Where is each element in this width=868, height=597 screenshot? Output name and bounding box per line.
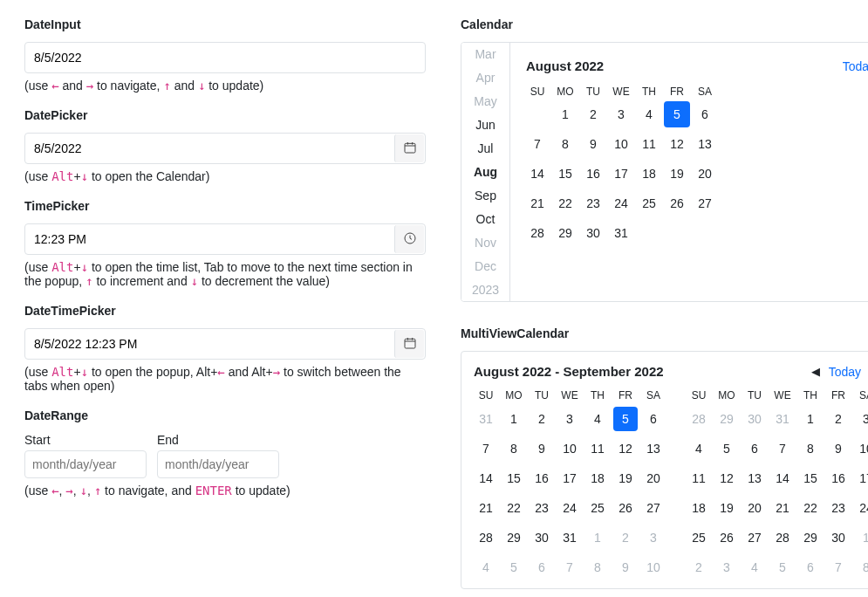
- multiview-day-cell[interactable]: 12: [613, 436, 638, 461]
- calendar-day-cell[interactable]: 25: [636, 190, 662, 216]
- calendar-day-cell[interactable]: 17: [608, 161, 634, 187]
- multiview-day-cell[interactable]: 5: [613, 407, 638, 431]
- multiview-day-cell[interactable]: 2: [530, 407, 554, 431]
- multiview-day-cell[interactable]: 26: [714, 525, 739, 550]
- multiview-day-cell[interactable]: 24: [557, 496, 582, 520]
- calendar-day-cell[interactable]: 16: [580, 161, 606, 187]
- multiview-day-cell[interactable]: 7: [474, 436, 498, 461]
- multiview-day-cell[interactable]: 6: [798, 555, 823, 580]
- multiview-day-cell[interactable]: 6: [530, 555, 554, 580]
- multiview-day-cell[interactable]: 4: [585, 407, 610, 431]
- multiview-day-cell[interactable]: 4: [687, 436, 711, 461]
- multiview-day-cell[interactable]: 20: [641, 466, 666, 491]
- multiview-day-cell[interactable]: 23: [530, 496, 554, 520]
- multiview-day-cell[interactable]: 21: [770, 496, 795, 520]
- calendar-day-cell[interactable]: 12: [664, 131, 690, 157]
- multiview-day-cell[interactable]: 17: [854, 466, 868, 491]
- multiview-day-cell[interactable]: 4: [474, 555, 498, 580]
- calendar-day-cell[interactable]: 5: [664, 101, 690, 127]
- multiview-prev-button[interactable]: ◀: [811, 365, 820, 378]
- calendar-day-cell[interactable]: 19: [664, 161, 690, 187]
- calendar-day-cell[interactable]: 11: [636, 131, 662, 157]
- multiview-day-cell[interactable]: 3: [557, 407, 582, 431]
- multiview-day-cell[interactable]: 28: [474, 525, 498, 550]
- multiview-day-cell[interactable]: 16: [826, 466, 851, 491]
- multiview-day-cell[interactable]: 11: [585, 436, 610, 461]
- calendar-day-cell[interactable]: 7: [524, 131, 550, 157]
- multiview-day-cell[interactable]: 12: [714, 466, 739, 491]
- multiview-day-cell[interactable]: 8: [854, 555, 868, 580]
- multiview-day-cell[interactable]: 19: [714, 496, 739, 520]
- multiview-day-cell[interactable]: 22: [502, 496, 526, 520]
- multiview-day-cell[interactable]: 23: [826, 496, 851, 520]
- month-nav-item[interactable]: Apr: [461, 66, 509, 90]
- multiview-day-cell[interactable]: 2: [613, 525, 638, 550]
- multiview-day-cell[interactable]: 2: [826, 407, 851, 431]
- multiview-day-cell[interactable]: 3: [854, 407, 868, 431]
- calendar-day-cell[interactable]: 22: [552, 190, 578, 216]
- multiview-day-cell[interactable]: 18: [585, 466, 610, 491]
- datepicker-field[interactable]: [25, 134, 393, 163]
- multiview-day-cell[interactable]: 1: [798, 407, 823, 431]
- month-nav-item[interactable]: Sep: [461, 183, 509, 207]
- multiview-day-cell[interactable]: 7: [826, 555, 851, 580]
- calendar-day-cell[interactable]: 1: [552, 101, 578, 127]
- datepicker-toggle-button[interactable]: [394, 134, 424, 162]
- multiview-day-cell[interactable]: 30: [530, 525, 554, 550]
- multiview-day-cell[interactable]: 1: [502, 407, 526, 431]
- multiview-day-cell[interactable]: 7: [770, 436, 795, 461]
- multiview-day-cell[interactable]: 29: [502, 525, 526, 550]
- calendar-today-link[interactable]: Today: [843, 59, 868, 73]
- multiview-day-cell[interactable]: 10: [854, 436, 868, 461]
- calendar-day-cell[interactable]: 24: [608, 190, 634, 216]
- multiview-day-cell[interactable]: 5: [502, 555, 526, 580]
- multiview-day-cell[interactable]: 4: [742, 555, 767, 580]
- multiview-day-cell[interactable]: 13: [742, 466, 767, 491]
- multiview-day-cell[interactable]: 9: [530, 436, 554, 461]
- multiview-day-cell[interactable]: 31: [474, 407, 498, 431]
- calendar-day-cell[interactable]: 15: [552, 161, 578, 187]
- month-nav-item[interactable]: Oct: [461, 207, 509, 230]
- multiview-day-cell[interactable]: 2: [687, 555, 711, 580]
- calendar-day-cell[interactable]: 20: [692, 161, 718, 187]
- calendar-day-cell[interactable]: 31: [608, 220, 634, 246]
- timepicker-field[interactable]: [25, 224, 393, 254]
- calendar-day-cell[interactable]: 3: [608, 101, 634, 127]
- month-nav-item[interactable]: Jun: [461, 113, 509, 137]
- calendar-month-nav[interactable]: MarAprMayJunJulAugSepOctNovDec2023: [461, 43, 510, 301]
- multiview-day-cell[interactable]: 8: [502, 436, 526, 461]
- multiview-day-cell[interactable]: 10: [641, 555, 666, 580]
- month-nav-item[interactable]: 2023: [461, 278, 509, 301]
- multiview-day-cell[interactable]: 14: [474, 466, 498, 491]
- timepicker-toggle-button[interactable]: [394, 225, 424, 253]
- multiview-day-cell[interactable]: 11: [687, 466, 711, 491]
- calendar-day-cell[interactable]: 27: [692, 190, 718, 216]
- multiview-day-cell[interactable]: 29: [714, 407, 739, 431]
- multiview-day-cell[interactable]: 9: [613, 555, 638, 580]
- calendar-day-cell[interactable]: 29: [552, 220, 578, 246]
- multiview-day-cell[interactable]: 1: [854, 525, 868, 550]
- multiview-day-cell[interactable]: 28: [687, 407, 711, 431]
- calendar-day-cell[interactable]: 6: [692, 101, 718, 127]
- multiview-day-cell[interactable]: 25: [687, 525, 711, 550]
- multiview-day-cell[interactable]: 18: [687, 496, 711, 520]
- multiview-day-cell[interactable]: 16: [530, 466, 554, 491]
- month-nav-item[interactable]: May: [461, 90, 509, 113]
- multiview-day-cell[interactable]: 8: [798, 436, 823, 461]
- multiview-day-cell[interactable]: 22: [798, 496, 823, 520]
- multiview-day-cell[interactable]: 13: [641, 436, 666, 461]
- multiview-day-cell[interactable]: 5: [714, 436, 739, 461]
- multiview-title[interactable]: August 2022 - September 2022: [474, 364, 664, 379]
- multiview-day-cell[interactable]: 15: [502, 466, 526, 491]
- datetimepicker-toggle-button[interactable]: [394, 330, 424, 358]
- multiview-day-cell[interactable]: 27: [641, 496, 666, 520]
- multiview-day-cell[interactable]: 31: [770, 407, 795, 431]
- range-start-field[interactable]: [24, 450, 147, 478]
- multiview-day-cell[interactable]: 3: [714, 555, 739, 580]
- calendar-day-cell[interactable]: 14: [524, 161, 550, 187]
- multiview-day-cell[interactable]: 29: [798, 525, 823, 550]
- calendar-day-cell[interactable]: 18: [636, 161, 662, 187]
- range-end-field[interactable]: [157, 450, 279, 478]
- multiview-day-cell[interactable]: 9: [826, 436, 851, 461]
- multiview-day-cell[interactable]: 25: [585, 496, 610, 520]
